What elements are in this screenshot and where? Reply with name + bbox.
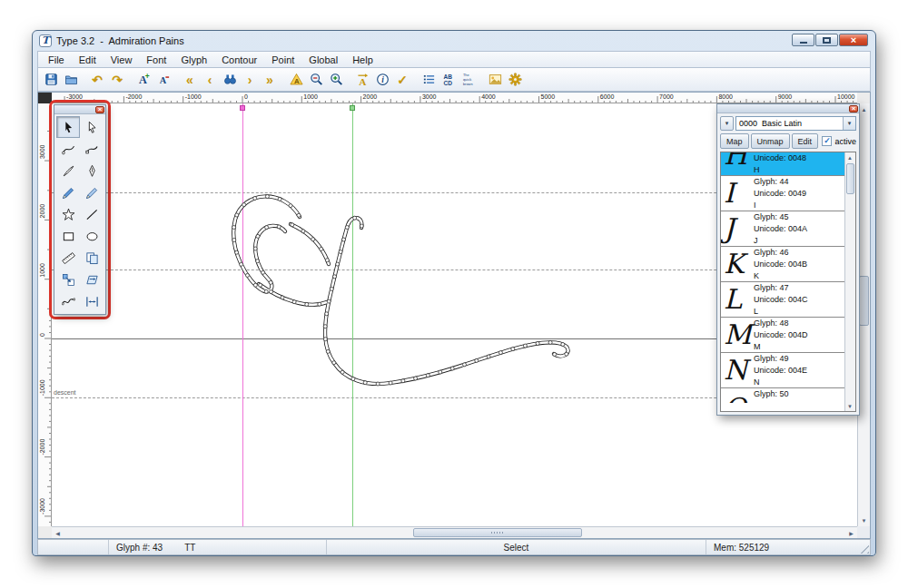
control-points[interactable] <box>232 195 568 387</box>
glyph-number-label: Glyph: 48 <box>754 318 844 329</box>
glyph-list-item[interactable]: KGlyph: 46Unicode: 004BK <box>721 247 844 282</box>
undo-button[interactable]: ↶ <box>87 70 107 90</box>
menu-help[interactable]: Help <box>345 54 380 66</box>
panel-close-button[interactable]: × <box>849 105 858 113</box>
svg-text:-2000: -2000 <box>125 93 142 100</box>
first-glyph-button[interactable]: « <box>180 70 200 90</box>
glyph-list-item[interactable]: OGlyph: 50 <box>721 388 844 403</box>
save-button[interactable] <box>41 70 61 90</box>
palette-titlebar[interactable]: × <box>54 105 105 114</box>
svg-text:CD: CD <box>443 80 452 86</box>
star-tool[interactable] <box>56 203 80 225</box>
glyph-preview: J <box>724 211 735 246</box>
open-button[interactable] <box>61 70 81 90</box>
map-button[interactable]: Map <box>720 133 749 149</box>
glyph-list-button[interactable] <box>419 70 439 90</box>
glyph-list-scroll-thumb[interactable] <box>846 163 854 194</box>
horizontal-scrollbar[interactable]: ◀ ▶ <box>52 526 857 538</box>
unmap-button[interactable]: Unmap <box>751 133 790 149</box>
calligraphy-tool[interactable] <box>80 181 104 203</box>
redo-button[interactable]: ↷ <box>107 70 127 90</box>
scroll-right-icon[interactable]: ▶ <box>845 527 857 539</box>
decrease-preview-button[interactable]: A <box>153 70 173 90</box>
glyph-list-scrollbar[interactable]: ▲ ▼ <box>844 152 855 411</box>
glyph-list-item[interactable]: NGlyph: 49Unicode: 004EN <box>721 353 844 388</box>
ruler-icon <box>62 251 75 265</box>
list-scroll-up-icon[interactable]: ▲ <box>844 152 855 162</box>
ellipse-tool[interactable] <box>80 225 104 247</box>
close-button[interactable]: × <box>839 34 868 46</box>
info-button[interactable]: i <box>372 70 392 90</box>
line-tool[interactable] <box>80 203 104 225</box>
menu-font[interactable]: Font <box>139 54 173 66</box>
next-glyph-icon: › <box>248 74 252 86</box>
glyph-unicode-label: Unicode: 004C <box>754 294 844 306</box>
preview-glyph-button[interactable]: A <box>286 70 306 90</box>
metrics-tool[interactable] <box>80 290 104 312</box>
menu-contour[interactable]: Contour <box>214 54 264 66</box>
freehand-curve-tool[interactable] <box>56 290 80 312</box>
knife-tool[interactable] <box>56 160 80 181</box>
increase-preview-button[interactable]: A+ <box>133 70 153 90</box>
kerning-pairs-button[interactable]: ABCD <box>439 70 459 90</box>
glyph-unicode-label: Unicode: 004E <box>754 365 844 377</box>
glyph-list-item[interactable]: IGlyph: 44Unicode: 0049I <box>721 176 844 211</box>
previous-glyph-button[interactable]: ‹ <box>200 70 220 90</box>
duplicate-tool[interactable] <box>80 247 104 269</box>
menu-edit[interactable]: Edit <box>72 54 104 66</box>
horizontal-scroll-thumb[interactable] <box>413 528 582 537</box>
edit-button[interactable]: Edit <box>792 133 819 149</box>
last-glyph-button[interactable]: » <box>260 70 280 90</box>
menu-view[interactable]: View <box>104 54 140 66</box>
glyph-list-item[interactable]: LGlyph: 47Unicode: 004CL <box>721 282 844 318</box>
titlebar[interactable]: T Type 3.2 - Admiration Pains × <box>33 31 875 51</box>
rectangle-tool[interactable] <box>56 225 80 247</box>
pen-tool[interactable] <box>80 160 104 181</box>
metrics-button[interactable]: A <box>352 70 372 90</box>
next-glyph-button[interactable]: › <box>240 70 260 90</box>
validate-button[interactable]: ✓ <box>392 70 412 90</box>
scale-tool[interactable] <box>56 269 80 290</box>
pencil-tool[interactable] <box>56 181 80 203</box>
vertical-scroll-thumb[interactable] <box>859 276 869 326</box>
menu-point[interactable]: Point <box>264 54 301 66</box>
glyph-list-item[interactable]: JGlyph: 45Unicode: 004AJ <box>721 211 844 247</box>
glyph-list-item[interactable]: HUnicode: 0048H <box>721 152 844 176</box>
menu-glyph[interactable]: Glyph <box>173 54 214 66</box>
active-checkbox[interactable]: ✓ active <box>822 136 856 146</box>
checkbox-check-icon: ✓ <box>822 136 832 146</box>
zoom-in-button[interactable] <box>326 70 346 90</box>
measure-tool[interactable] <box>56 247 80 269</box>
unicode-range-select[interactable]: 0000 Basic Latin ▾ <box>735 116 856 131</box>
menu-global[interactable]: Global <box>301 54 345 66</box>
tangent-point-tool[interactable] <box>80 138 104 160</box>
list-scroll-down-icon[interactable]: ▼ <box>844 401 855 411</box>
find-glyph-button[interactable] <box>220 70 240 90</box>
scroll-left-icon[interactable]: ◀ <box>52 527 64 539</box>
preview-text-button[interactable]: Thequickbrown <box>459 70 479 90</box>
glyph-preview: N <box>724 353 747 387</box>
zoom-out-button[interactable] <box>306 70 326 90</box>
range-history-button[interactable]: ▾ <box>720 116 734 131</box>
menu-file[interactable]: File <box>41 54 72 66</box>
glyph-letter-label: L <box>754 306 844 318</box>
glyph-list-item[interactable]: MGlyph: 48Unicode: 004DM <box>721 318 844 353</box>
status-pane-empty <box>38 540 109 554</box>
skew-tool[interactable] <box>80 269 104 290</box>
scroll-down-icon[interactable]: ▼ <box>858 514 870 526</box>
background-image-button[interactable] <box>485 70 505 90</box>
pencil-icon <box>62 186 75 200</box>
svg-text:7000: 7000 <box>659 93 674 100</box>
settings-button[interactable] <box>505 70 525 90</box>
maximize-button[interactable] <box>815 34 838 46</box>
panel-titlebar[interactable]: × <box>717 104 859 113</box>
minimize-button[interactable] <box>792 34 814 46</box>
chevron-down-icon[interactable]: ▾ <box>843 117 855 130</box>
palette-close-button[interactable]: × <box>95 106 104 113</box>
curve2-icon <box>85 142 99 156</box>
svg-text:AB: AB <box>443 74 452 80</box>
node-select-tool[interactable] <box>80 116 104 138</box>
redo-icon: ↷ <box>112 74 123 86</box>
select-tool[interactable] <box>56 116 80 138</box>
curve-point-tool[interactable] <box>56 138 80 160</box>
